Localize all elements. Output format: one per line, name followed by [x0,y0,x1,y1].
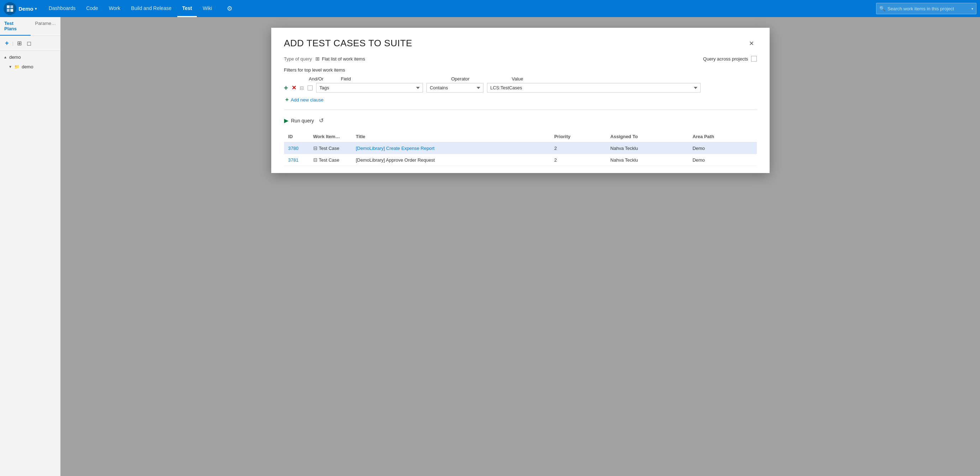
sidebar-toolbar: + | ⊞ ◻ [0,36,60,51]
nav-code[interactable]: Code [81,0,103,17]
filter-value-select[interactable]: LCS:TestCases LCS:Bugs LCS:Sprint1 [487,83,700,92]
col-header-area: Area Path [688,131,756,142]
top-navigation: Demo ▾ Dashboards Code Work Build and Re… [0,0,980,17]
search-dropdown-chevron-icon[interactable]: ▾ [972,7,973,11]
query-across-label: Query across projects [703,56,748,62]
query-across-projects: Query across projects [703,56,756,62]
filter-add-button[interactable]: + [284,84,288,91]
work-item-type-icon: ⊟ [313,145,318,151]
search-input[interactable] [888,6,969,11]
table-row[interactable]: 3781 ⊟Test Case [DemoLibrary] Approve Or… [284,154,757,166]
col-header-priority: Priority [550,131,606,142]
cell-assigned: Nahva Tecklu [606,142,689,154]
query-type-row: Type of query ⊞ Flat list of work items … [284,56,757,62]
cell-title: [DemoLibrary] Approve Order Request [352,154,550,166]
run-query-button[interactable]: ▶ Run query [284,117,314,124]
search-box[interactable]: 🔍 ▾ [876,3,977,14]
add-clause-label[interactable]: Add new clause [291,97,324,102]
cell-title[interactable]: [DemoLibrary] Create Expense Report [352,142,550,154]
svg-rect-3 [10,9,13,12]
col-header-andor: And/Or [309,76,337,81]
tree-arrow-icon: ▲ [3,55,7,59]
table-row[interactable]: 3780 ⊟Test Case [DemoLibrary] Create Exp… [284,142,757,154]
sidebar-tabs: Test Plans Parame… [0,17,60,36]
filters-label: Filters for top level work items [284,67,757,73]
run-query-label: Run query [291,118,314,124]
col-header-assigned: Assigned To [606,131,689,142]
cell-priority: 2 [550,142,606,154]
tab-test-plans[interactable]: Test Plans [0,17,30,36]
tree-sub-arrow-icon: ▼ [8,65,12,69]
modal-close-button[interactable]: × [746,38,757,49]
query-type-label: Type of query [284,56,312,62]
filter-row: + ✕ ⊟ Tags Title Priority Assigned To Ar… [284,83,757,92]
tree-root-label: demo [9,54,21,60]
cell-type: ⊟Test Case [309,154,352,166]
filter-field-select[interactable]: Tags Title Priority Assigned To Area Pat… [316,83,423,92]
filter-andor-icon: ⊟ [300,85,304,91]
nav-build-release[interactable]: Build and Release [126,0,177,17]
col-header-operator: Operator [451,76,508,81]
refresh-icon[interactable]: ↺ [319,117,324,124]
expand-button[interactable]: ⊞ [16,39,23,47]
svg-rect-0 [7,5,10,8]
folder-icon: 📁 [14,64,19,69]
more-button[interactable]: ◻ [25,39,33,47]
col-header-value: Value [512,76,523,81]
nav-wiki[interactable]: Wiki [197,0,217,17]
nav-dashboards[interactable]: Dashboards [44,0,81,17]
query-across-checkbox[interactable] [751,56,757,62]
content-area: ADD TEST CASES TO SUITE × Type of query … [60,17,980,476]
flat-list-icon: ⊞ [315,56,320,62]
play-icon: ▶ [284,117,288,124]
add-clause-row: + Add new clause [284,97,757,102]
work-item-type-icon: ⊟ [313,157,318,163]
cell-type: ⊟Test Case [309,142,352,154]
cell-assigned: Nahva Tecklu [606,154,689,166]
results-table: ID Work Item… Title Priority Assigned To… [284,131,757,166]
query-type-text: Flat list of work items [322,56,365,62]
cell-area: Demo [688,154,756,166]
nav-test[interactable]: Test [177,0,197,17]
col-header-work-item: Work Item… [309,131,352,142]
filter-row-checkbox[interactable] [307,86,313,91]
add-test-cases-modal: ADD TEST CASES TO SUITE × Type of query … [271,28,770,173]
project-selector[interactable]: Demo ▾ [19,6,37,12]
modal-divider [284,110,757,110]
search-icon: 🔍 [879,6,885,11]
settings-icon[interactable]: ⚙ [223,5,236,13]
modal-header: ADD TEST CASES TO SUITE × [271,28,770,56]
add-button[interactable]: + [3,39,10,48]
project-chevron-icon: ▾ [35,7,37,11]
nav-work[interactable]: Work [104,0,125,17]
col-header-id: ID [284,131,309,142]
modal-body: Type of query ⊞ Flat list of work items … [271,56,770,173]
cell-priority: 2 [550,154,606,166]
cell-area: Demo [688,142,756,154]
query-type-value: ⊞ Flat list of work items [315,56,365,62]
tree-root-demo[interactable]: ▲ demo [0,53,60,62]
add-clause-plus-button[interactable]: + [285,97,289,102]
tree-item-demo-folder[interactable]: ▼ 📁 demo [0,62,60,72]
filter-operator-select[interactable]: Contains Does Not Contain = <> In [426,83,484,92]
cell-id[interactable]: 3781 [284,154,309,166]
filters-section: Filters for top level work items And/Or … [284,67,757,102]
modal-title: ADD TEST CASES TO SUITE [284,38,412,49]
toolbar-separator: | [13,41,14,46]
tree-folder-label: demo [22,64,33,69]
svg-rect-1 [10,5,13,8]
nav-links-group: Dashboards Code Work Build and Release T… [44,0,217,17]
run-query-row: ▶ Run query ↺ [284,117,757,124]
app-logo[interactable] [3,2,16,15]
project-name: Demo [19,6,33,12]
svg-rect-2 [7,9,10,12]
filter-remove-button[interactable]: ✕ [291,85,296,91]
col-header-field: Field [341,76,448,81]
cell-id[interactable]: 3780 [284,142,309,154]
sidebar-tree: ▲ demo ▼ 📁 demo [0,51,60,73]
sidebar: Test Plans Parame… + | ⊞ ◻ ▲ demo ▼ 📁 de… [0,17,60,476]
col-header-title: Title [352,131,550,142]
tab-parameters[interactable]: Parame… [30,17,60,36]
main-area: Test Plans Parame… + | ⊞ ◻ ▲ demo ▼ 📁 de… [0,17,980,476]
